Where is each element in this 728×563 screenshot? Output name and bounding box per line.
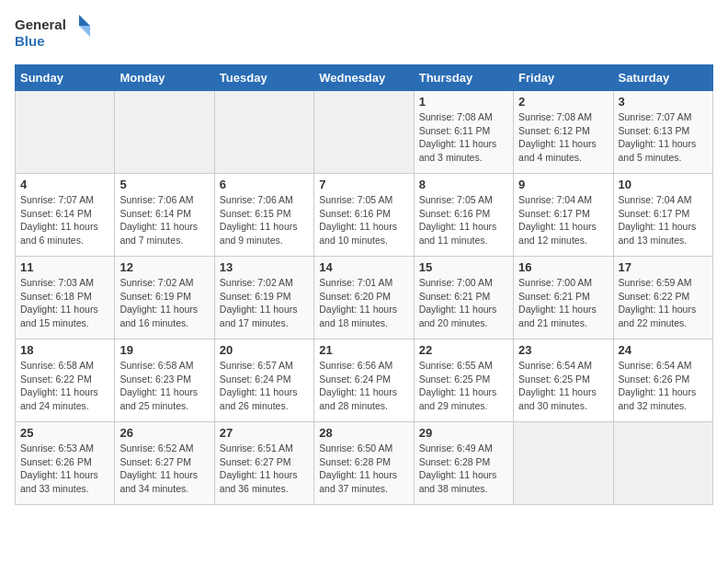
calendar-cell [314,91,414,174]
calendar-header: SundayMondayTuesdayWednesdayThursdayFrid… [16,65,713,91]
logo: General Blue [15,15,97,55]
header-wednesday: Wednesday [314,65,414,91]
calendar-cell: 18Sunrise: 6:58 AMSunset: 6:22 PMDayligh… [16,339,115,422]
day-info: Sunrise: 7:01 AMSunset: 6:20 PMDaylight:… [319,276,408,330]
day-number: 29 [419,426,508,440]
calendar-cell: 20Sunrise: 6:57 AMSunset: 6:24 PMDayligh… [214,339,313,422]
day-number: 11 [20,260,109,274]
calendar-cell [514,422,613,505]
day-number: 8 [419,178,508,191]
day-number: 17 [619,260,708,274]
day-info: Sunrise: 7:02 AMSunset: 6:19 PMDaylight:… [220,276,309,330]
calendar-cell [214,91,313,174]
day-number: 14 [319,260,408,274]
calendar-body: 1Sunrise: 7:08 AMSunset: 6:11 PMDaylight… [16,91,713,505]
calendar-cell [115,91,214,174]
calendar-cell: 12Sunrise: 7:02 AMSunset: 6:19 PMDayligh… [115,257,214,339]
day-info: Sunrise: 7:04 AMSunset: 6:17 PMDaylight:… [518,193,608,247]
svg-marker-2 [79,15,90,26]
day-info: Sunrise: 6:56 AMSunset: 6:24 PMDaylight:… [319,359,408,413]
day-info: Sunrise: 6:51 AMSunset: 6:27 PMDaylight:… [220,442,309,496]
calendar-cell [613,422,712,505]
day-info: Sunrise: 6:52 AMSunset: 6:27 PMDaylight:… [119,442,209,496]
header-row: SundayMondayTuesdayWednesdayThursdayFrid… [16,65,713,91]
day-info: Sunrise: 6:58 AMSunset: 6:23 PMDaylight:… [119,359,209,413]
day-info: Sunrise: 7:07 AMSunset: 6:13 PMDaylight:… [619,110,708,165]
calendar-cell: 25Sunrise: 6:53 AMSunset: 6:26 PMDayligh… [16,422,115,505]
calendar-cell: 4Sunrise: 7:07 AMSunset: 6:14 PMDaylight… [16,174,115,257]
calendar-cell: 14Sunrise: 7:01 AMSunset: 6:20 PMDayligh… [314,257,414,339]
day-info: Sunrise: 7:03 AMSunset: 6:18 PMDaylight:… [20,276,109,330]
day-number: 16 [518,260,608,274]
day-info: Sunrise: 7:08 AMSunset: 6:12 PMDaylight:… [518,110,608,165]
svg-text:Blue: Blue [15,33,45,49]
day-number: 24 [619,343,708,357]
day-info: Sunrise: 7:05 AMSunset: 6:16 PMDaylight:… [419,193,508,247]
day-info: Sunrise: 6:54 AMSunset: 6:26 PMDaylight:… [619,359,708,413]
day-number: 28 [319,426,408,440]
day-number: 12 [119,260,209,274]
day-number: 19 [119,343,209,357]
svg-marker-3 [79,26,90,37]
day-info: Sunrise: 6:49 AMSunset: 6:28 PMDaylight:… [419,442,508,496]
svg-text:General: General [15,17,66,32]
calendar-cell: 9Sunrise: 7:04 AMSunset: 6:17 PMDaylight… [514,174,613,257]
day-number: 3 [619,95,708,109]
day-number: 18 [20,343,109,357]
day-info: Sunrise: 7:05 AMSunset: 6:16 PMDaylight:… [319,193,408,247]
week-row-5: 25Sunrise: 6:53 AMSunset: 6:26 PMDayligh… [16,422,713,505]
calendar-cell: 3Sunrise: 7:07 AMSunset: 6:13 PMDaylight… [613,91,712,174]
page-header: General Blue [15,15,713,55]
day-info: Sunrise: 6:53 AMSunset: 6:26 PMDaylight:… [20,442,109,496]
calendar-table: SundayMondayTuesdayWednesdayThursdayFrid… [15,64,713,505]
calendar-cell: 10Sunrise: 7:04 AMSunset: 6:17 PMDayligh… [613,174,712,257]
day-number: 1 [419,95,508,109]
day-number: 22 [419,343,508,357]
calendar-cell: 16Sunrise: 7:00 AMSunset: 6:21 PMDayligh… [514,257,613,339]
day-number: 5 [119,178,209,191]
day-number: 26 [119,426,209,440]
day-info: Sunrise: 6:59 AMSunset: 6:22 PMDaylight:… [619,276,708,330]
calendar-cell: 2Sunrise: 7:08 AMSunset: 6:12 PMDaylight… [514,91,613,174]
header-tuesday: Tuesday [214,65,313,91]
logo-icon: General Blue [15,15,97,55]
day-number: 9 [518,178,608,191]
calendar-cell: 23Sunrise: 6:54 AMSunset: 6:25 PMDayligh… [514,339,613,422]
day-info: Sunrise: 6:50 AMSunset: 6:28 PMDaylight:… [319,442,408,496]
day-info: Sunrise: 6:54 AMSunset: 6:25 PMDaylight:… [518,359,608,413]
day-info: Sunrise: 7:06 AMSunset: 6:14 PMDaylight:… [119,193,209,247]
day-info: Sunrise: 6:58 AMSunset: 6:22 PMDaylight:… [20,359,109,413]
header-thursday: Thursday [414,65,513,91]
day-info: Sunrise: 7:00 AMSunset: 6:21 PMDaylight:… [518,276,608,330]
calendar-cell: 17Sunrise: 6:59 AMSunset: 6:22 PMDayligh… [613,257,712,339]
day-number: 10 [619,178,708,191]
day-info: Sunrise: 7:02 AMSunset: 6:19 PMDaylight:… [119,276,209,330]
day-number: 27 [220,426,309,440]
day-number: 4 [20,178,109,191]
header-monday: Monday [115,65,214,91]
day-number: 25 [20,426,109,440]
calendar-cell: 28Sunrise: 6:50 AMSunset: 6:28 PMDayligh… [314,422,414,505]
day-number: 15 [419,260,508,274]
day-number: 20 [220,343,309,357]
day-info: Sunrise: 6:55 AMSunset: 6:25 PMDaylight:… [419,359,508,413]
calendar-cell: 19Sunrise: 6:58 AMSunset: 6:23 PMDayligh… [115,339,214,422]
day-number: 21 [319,343,408,357]
calendar-cell: 5Sunrise: 7:06 AMSunset: 6:14 PMDaylight… [115,174,214,257]
day-info: Sunrise: 7:00 AMSunset: 6:21 PMDaylight:… [419,276,508,330]
day-info: Sunrise: 7:08 AMSunset: 6:11 PMDaylight:… [419,110,508,165]
day-info: Sunrise: 7:07 AMSunset: 6:14 PMDaylight:… [20,193,109,247]
calendar-cell: 21Sunrise: 6:56 AMSunset: 6:24 PMDayligh… [314,339,414,422]
calendar-cell: 26Sunrise: 6:52 AMSunset: 6:27 PMDayligh… [115,422,214,505]
header-friday: Friday [514,65,613,91]
day-info: Sunrise: 7:04 AMSunset: 6:17 PMDaylight:… [619,193,708,247]
calendar-cell: 27Sunrise: 6:51 AMSunset: 6:27 PMDayligh… [214,422,313,505]
week-row-3: 11Sunrise: 7:03 AMSunset: 6:18 PMDayligh… [16,257,713,339]
calendar-cell: 7Sunrise: 7:05 AMSunset: 6:16 PMDaylight… [314,174,414,257]
calendar-cell: 6Sunrise: 7:06 AMSunset: 6:15 PMDaylight… [214,174,313,257]
week-row-4: 18Sunrise: 6:58 AMSunset: 6:22 PMDayligh… [16,339,713,422]
day-number: 2 [518,95,608,109]
calendar-cell: 11Sunrise: 7:03 AMSunset: 6:18 PMDayligh… [16,257,115,339]
calendar-cell: 15Sunrise: 7:00 AMSunset: 6:21 PMDayligh… [414,257,513,339]
week-row-1: 1Sunrise: 7:08 AMSunset: 6:11 PMDaylight… [16,91,713,174]
